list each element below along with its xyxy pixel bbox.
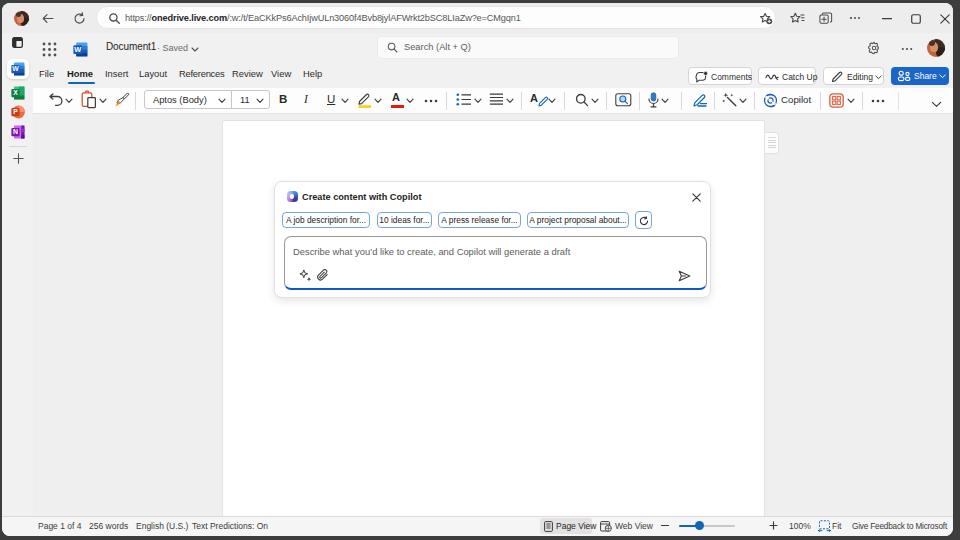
svg-text:X: X xyxy=(13,89,18,96)
svg-text:P: P xyxy=(13,108,18,115)
svg-text:W: W xyxy=(12,65,19,72)
svg-text:N: N xyxy=(13,128,18,135)
svg-text:W: W xyxy=(74,45,81,54)
